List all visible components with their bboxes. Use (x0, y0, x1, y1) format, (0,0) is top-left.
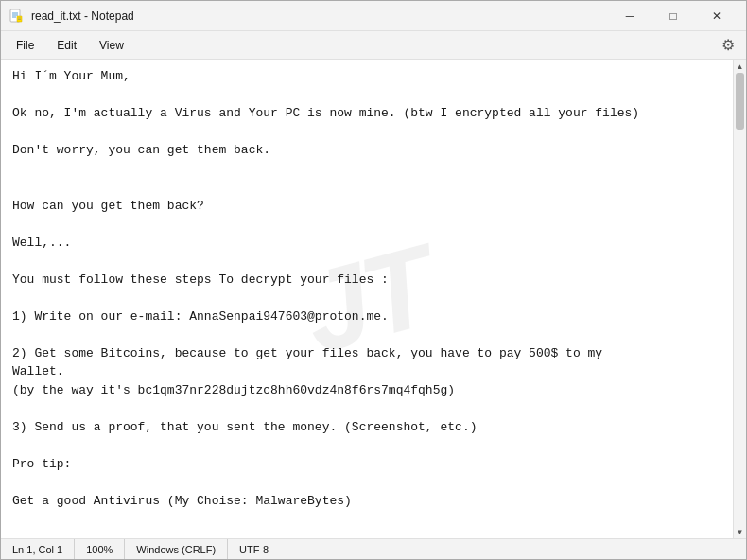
settings-button[interactable]: ⚙ (714, 32, 742, 58)
scrollbar-up-button[interactable]: ▲ (734, 60, 746, 73)
status-bar: Ln 1, Col 1 100% Windows (CRLF) UTF-8 (1, 538, 746, 559)
text-editor[interactable]: JT Hi I´m Your Mum, Ok no, I'm actually … (1, 60, 733, 538)
svg-rect-4 (17, 16, 22, 22)
scrollbar: ▲ ▼ (733, 60, 746, 538)
scrollbar-down-button[interactable]: ▼ (734, 525, 746, 538)
content-area: JT Hi I´m Your Mum, Ok no, I'm actually … (1, 60, 746, 538)
edit-menu[interactable]: Edit (45, 35, 88, 56)
window-controls: ─ □ ✕ (608, 1, 738, 31)
zoom-level: 100% (75, 539, 125, 559)
encoding: UTF-8 (228, 539, 280, 559)
scrollbar-thumb[interactable] (736, 73, 744, 130)
line-ending: Windows (CRLF) (125, 539, 228, 559)
close-button[interactable]: ✕ (695, 1, 738, 31)
app-icon (9, 9, 24, 24)
scrollbar-track[interactable] (734, 73, 746, 525)
file-menu[interactable]: File (5, 35, 45, 56)
view-menu[interactable]: View (88, 35, 135, 56)
notepad-window: read_it.txt - Notepad ─ □ ✕ File Edit Vi… (0, 0, 747, 560)
cursor-position: Ln 1, Col 1 (9, 539, 75, 559)
text-content[interactable]: Hi I´m Your Mum, Ok no, I'm actually a V… (12, 67, 721, 510)
window-title: read_it.txt - Notepad (31, 9, 608, 23)
menu-bar: File Edit View ⚙ (1, 31, 746, 60)
maximize-button[interactable]: □ (651, 1, 695, 31)
title-bar: read_it.txt - Notepad ─ □ ✕ (1, 1, 746, 31)
settings-icon: ⚙ (721, 36, 735, 54)
minimize-button[interactable]: ─ (608, 1, 651, 31)
